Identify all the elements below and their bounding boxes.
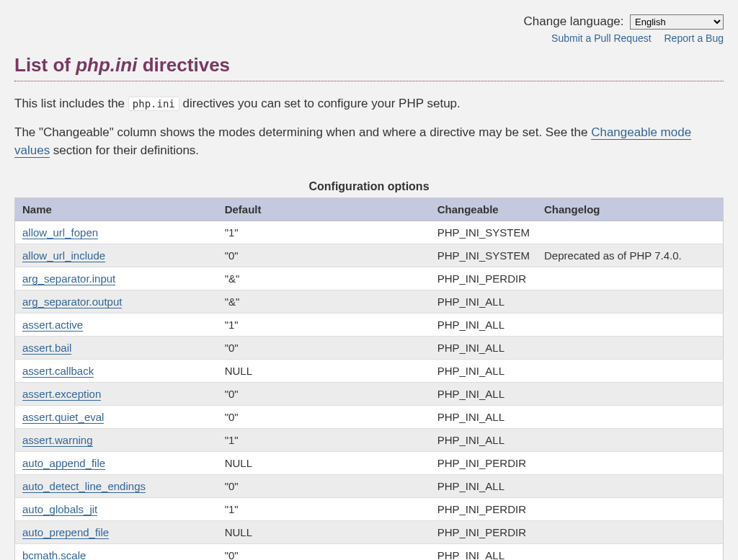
- cell-changelog: [537, 520, 723, 543]
- cell-name: arg_separator.input: [15, 267, 218, 290]
- cell-changeable: PHP_INI_ALL: [430, 359, 537, 382]
- directive-link[interactable]: assert.exception: [22, 388, 101, 401]
- directive-link[interactable]: auto_prepend_file: [22, 526, 109, 539]
- cell-name: allow_url_fopen: [15, 221, 218, 244]
- intro2-before: The "Changeable" column shows the modes …: [14, 125, 591, 139]
- page-title: List of php.ini directives: [14, 54, 724, 76]
- directive-link[interactable]: arg_separator.output: [22, 295, 122, 308]
- cell-name: assert.callback: [15, 359, 218, 382]
- table-row: auto_append_fileNULLPHP_INI_PERDIR: [15, 451, 724, 474]
- cell-default: "&": [218, 290, 430, 313]
- cell-changeable: PHP_INI_ALL: [430, 382, 537, 405]
- title-divider: [14, 81, 724, 81]
- intro-paragraph-2: The "Changeable" column shows the modes …: [14, 123, 724, 160]
- table-row: auto_globals_jit"1"PHP_INI_PERDIR: [15, 497, 724, 520]
- directive-link[interactable]: allow_url_fopen: [22, 226, 98, 239]
- language-select[interactable]: English: [630, 14, 724, 30]
- cell-changelog: [537, 290, 723, 313]
- cell-changelog: [537, 405, 723, 428]
- table-row: auto_prepend_fileNULLPHP_INI_PERDIR: [15, 520, 724, 543]
- change-language-label: Change language:: [524, 14, 624, 28]
- table-row: bcmath.scale"0"PHP_INI_ALL: [15, 543, 724, 560]
- cell-changelog: [537, 221, 723, 244]
- cell-default: "0": [218, 336, 430, 359]
- directive-link[interactable]: assert.active: [22, 319, 83, 332]
- cell-changelog: [537, 267, 723, 290]
- directive-link[interactable]: auto_append_file: [22, 457, 105, 470]
- cell-name: auto_globals_jit: [15, 497, 218, 520]
- directive-link[interactable]: auto_globals_jit: [22, 503, 97, 516]
- cell-name: assert.quiet_eval: [15, 405, 218, 428]
- cell-default: "1": [218, 428, 430, 451]
- cell-name: arg_separator.output: [15, 290, 218, 313]
- intro1-before: This list includes the: [14, 97, 128, 110]
- table-row: assert.warning"1"PHP_INI_ALL: [15, 428, 724, 451]
- report-bug-link[interactable]: Report a Bug: [664, 32, 724, 44]
- cell-default: "0": [218, 543, 430, 560]
- table-row: assert.bail"0"PHP_INI_ALL: [15, 336, 724, 359]
- intro1-after: directives you can set to configure your…: [179, 97, 461, 110]
- cell-changeable: PHP_INI_ALL: [430, 428, 537, 451]
- table-row: assert.callbackNULLPHP_INI_ALL: [15, 359, 724, 382]
- cell-changeable: PHP_INI_ALL: [430, 336, 537, 359]
- table-row: arg_separator.input"&"PHP_INI_PERDIR: [15, 267, 724, 290]
- directive-link[interactable]: assert.warning: [22, 434, 93, 447]
- cell-default: "1": [218, 313, 430, 336]
- cell-default: NULL: [218, 359, 430, 382]
- cell-default: NULL: [218, 451, 430, 474]
- cell-default: "0": [218, 382, 430, 405]
- directive-link[interactable]: bcmath.scale: [22, 549, 86, 561]
- table-row: arg_separator.output"&"PHP_INI_ALL: [15, 290, 724, 313]
- cell-default: "&": [218, 267, 430, 290]
- intro1-code: php.ini: [128, 97, 179, 111]
- cell-name: auto_append_file: [15, 451, 218, 474]
- cell-changeable: PHP_INI_SYSTEM: [430, 244, 537, 267]
- intro-paragraph-1: This list includes the php.ini directive…: [14, 94, 724, 113]
- cell-name: auto_detect_line_endings: [15, 474, 218, 497]
- cell-changelog: [537, 451, 723, 474]
- col-header-name: Name: [15, 197, 218, 221]
- cell-changelog: [537, 336, 723, 359]
- config-options-table: Name Default Changeable Changelog allow_…: [14, 197, 724, 561]
- cell-changelog: [537, 474, 723, 497]
- directive-link[interactable]: auto_detect_line_endings: [22, 480, 146, 493]
- intro2-after: section for their definitions.: [50, 143, 199, 157]
- cell-default: "0": [218, 405, 430, 428]
- directive-link[interactable]: assert.callback: [22, 365, 94, 378]
- cell-name: assert.warning: [15, 428, 218, 451]
- cell-changelog: Deprecated as of PHP 7.4.0.: [537, 244, 723, 267]
- cell-changeable: PHP_INI_PERDIR: [430, 451, 537, 474]
- cell-changeable: PHP_INI_PERDIR: [430, 497, 537, 520]
- cell-changeable: PHP_INI_ALL: [430, 405, 537, 428]
- directive-link[interactable]: assert.bail: [22, 342, 71, 355]
- cell-changeable: PHP_INI_PERDIR: [430, 267, 537, 290]
- header-sublinks: Submit a Pull Request Report a Bug: [14, 32, 724, 44]
- cell-name: assert.bail: [15, 336, 218, 359]
- title-suffix: directives: [137, 54, 230, 76]
- title-emphasis: php.ini: [76, 54, 137, 76]
- cell-changeable: PHP_INI_ALL: [430, 290, 537, 313]
- table-row: auto_detect_line_endings"0"PHP_INI_ALL: [15, 474, 724, 497]
- cell-changelog: [537, 543, 723, 560]
- table-row: assert.quiet_eval"0"PHP_INI_ALL: [15, 405, 724, 428]
- cell-default: "1": [218, 221, 430, 244]
- directive-link[interactable]: assert.quiet_eval: [22, 411, 104, 424]
- directive-link[interactable]: arg_separator.input: [22, 272, 115, 285]
- table-row: allow_url_include"0"PHP_INI_SYSTEMDeprec…: [15, 244, 724, 267]
- cell-name: assert.active: [15, 313, 218, 336]
- col-header-changeable: Changeable: [430, 197, 537, 221]
- cell-changeable: PHP_INI_ALL: [430, 474, 537, 497]
- cell-default: "1": [218, 497, 430, 520]
- col-header-changelog: Changelog: [537, 197, 723, 221]
- table-row: assert.active"1"PHP_INI_ALL: [15, 313, 724, 336]
- submit-pull-request-link[interactable]: Submit a Pull Request: [551, 32, 652, 44]
- cell-name: bcmath.scale: [15, 543, 218, 560]
- cell-changelog: [537, 382, 723, 405]
- cell-default: "0": [218, 244, 430, 267]
- cell-name: allow_url_include: [15, 244, 218, 267]
- cell-changeable: PHP_INI_ALL: [430, 543, 537, 560]
- cell-name: assert.exception: [15, 382, 218, 405]
- cell-changeable: PHP_INI_PERDIR: [430, 520, 537, 543]
- directive-link[interactable]: allow_url_include: [22, 249, 105, 262]
- cell-changeable: PHP_INI_SYSTEM: [430, 221, 537, 244]
